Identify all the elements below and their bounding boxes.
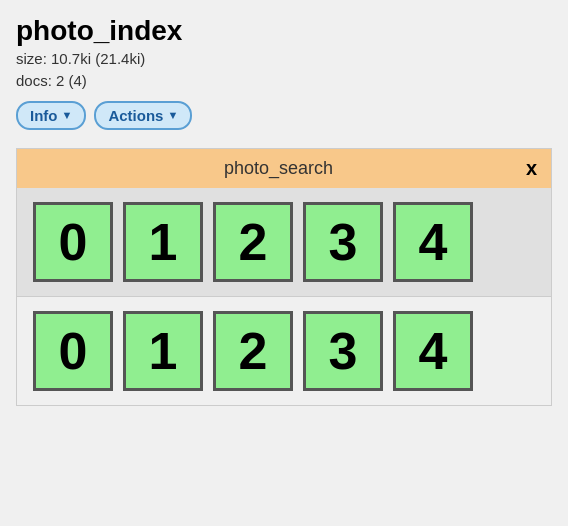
size-info: size: 10.7ki (21.4ki)	[16, 48, 192, 71]
search-bar: photo_search x	[17, 149, 551, 188]
docs-info: docs: 2 (4)	[16, 70, 192, 93]
top-grid: 01234	[17, 188, 551, 296]
bottom-grid-item-2[interactable]: 2	[213, 311, 293, 391]
top-grid-item-3[interactable]: 3	[303, 202, 383, 282]
page-title: photo_index	[16, 14, 192, 48]
content-area: photo_search x 01234 01234	[16, 148, 552, 406]
top-grid-item-2[interactable]: 2	[213, 202, 293, 282]
bottom-grid-item-4[interactable]: 4	[393, 311, 473, 391]
info-button[interactable]: Info ▼	[16, 101, 86, 130]
top-grid-item-1[interactable]: 1	[123, 202, 203, 282]
bottom-grid-item-1[interactable]: 1	[123, 311, 203, 391]
top-grid-item-0[interactable]: 0	[33, 202, 113, 282]
actions-arrow-icon: ▼	[167, 109, 178, 121]
search-name: photo_search	[31, 158, 526, 179]
bottom-grid-item-0[interactable]: 0	[33, 311, 113, 391]
info-button-label: Info	[30, 107, 58, 124]
bottom-grid-item-3[interactable]: 3	[303, 311, 383, 391]
header-section: photo_index size: 10.7ki (21.4ki) docs: …	[16, 14, 192, 130]
top-grid-item-4[interactable]: 4	[393, 202, 473, 282]
close-search-button[interactable]: x	[526, 157, 537, 180]
info-arrow-icon: ▼	[62, 109, 73, 121]
bottom-grid: 01234	[17, 296, 551, 405]
actions-button-label: Actions	[108, 107, 163, 124]
action-buttons-row: Info ▼ Actions ▼	[16, 101, 192, 130]
actions-button[interactable]: Actions ▼	[94, 101, 192, 130]
